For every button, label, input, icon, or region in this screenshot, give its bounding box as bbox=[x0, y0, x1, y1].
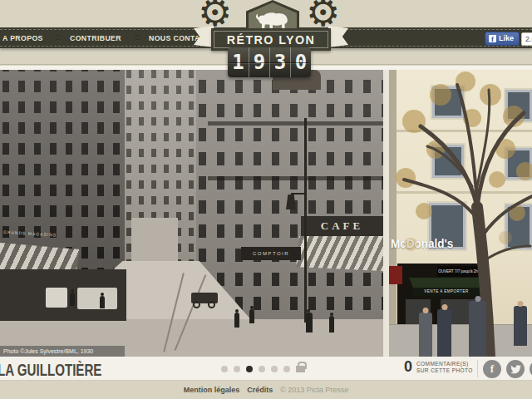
facebook-like-button[interactable]: f Like bbox=[485, 32, 520, 46]
nav-item-contribuer[interactable]: CONTRIBUER bbox=[70, 33, 121, 42]
pedestrian bbox=[419, 313, 432, 357]
autumn-tree bbox=[389, 70, 532, 357]
facebook-logo-icon: f bbox=[489, 35, 496, 42]
year-digit: 9 bbox=[249, 47, 269, 77]
pedestrian bbox=[249, 309, 254, 323]
facebook-like-count: 2.6k bbox=[521, 32, 532, 46]
cafe-awning bbox=[296, 236, 383, 271]
shop-display bbox=[46, 288, 67, 308]
pedestrian bbox=[469, 301, 486, 357]
twitter-share-button[interactable] bbox=[506, 360, 525, 378]
page-footer: Mention légales Crédits © 2013 Picta Pre… bbox=[0, 381, 532, 399]
pagination-dots bbox=[221, 357, 290, 381]
pagination-dot-4[interactable] bbox=[259, 366, 265, 372]
retro-lyon-page: A PROPOS ☆ CONTRIBUER ☆ NOUS CONTACTER ☆… bbox=[0, 0, 532, 399]
pagination-dot-3[interactable] bbox=[246, 366, 253, 372]
modern-photo[interactable]: McDonald's OUVERT 7/7 jusqu'à 2h VENTE A… bbox=[389, 70, 532, 357]
pedestrian bbox=[437, 309, 451, 357]
footer-link-credits[interactable]: Crédits bbox=[247, 386, 273, 394]
vertical-divider bbox=[477, 360, 478, 377]
pagination-dot-1[interactable] bbox=[221, 366, 228, 372]
comments-count: 0 bbox=[404, 358, 412, 376]
copyright-text: © 2013 Picta Presse bbox=[280, 386, 348, 394]
facebook-like-widget: f Like 2.6k bbox=[485, 32, 532, 46]
site-title: RÉTRO LYON bbox=[227, 32, 315, 47]
cafe-sign: CAFE bbox=[301, 216, 383, 236]
facebook-share-button[interactable]: f bbox=[483, 360, 501, 378]
pedestrian bbox=[100, 296, 105, 308]
pagination-dot-2[interactable] bbox=[234, 366, 240, 372]
photo-credit: Photo ©Jules Sylvestre/BML, 1930 bbox=[0, 346, 125, 357]
year-digit: 1 bbox=[228, 47, 249, 77]
photo-title: LA GUILLOTIÈRE bbox=[0, 360, 101, 380]
star-separator-icon: ☆ bbox=[54, 32, 62, 43]
balcony-rail bbox=[208, 121, 383, 126]
shop-display bbox=[77, 288, 117, 309]
cart-wheel bbox=[208, 301, 215, 308]
facebook-icon: f bbox=[490, 362, 494, 376]
year-digit: 0 bbox=[290, 47, 311, 77]
footer-link-mentions[interactable]: Mention légales bbox=[184, 386, 240, 394]
comments-label-line1: COMMENTAIRE(S) bbox=[416, 361, 473, 367]
pedestrian bbox=[329, 316, 334, 332]
nav-item-a-propos[interactable]: A PROPOS bbox=[2, 33, 43, 42]
twitter-bird-icon bbox=[510, 365, 521, 374]
year-flip-counter: 1 9 3 0 bbox=[228, 47, 311, 77]
year-digit: 3 bbox=[269, 47, 290, 77]
pedestrian bbox=[234, 313, 239, 328]
pedestrian bbox=[70, 293, 75, 306]
gear-icon: ⚙ bbox=[198, 0, 232, 32]
pagination-dot-6[interactable] bbox=[283, 366, 290, 372]
social-share-buttons: f g+ bbox=[483, 360, 532, 378]
photo-comparison: GRANDS MAGASINS CAFE COMPTOIR Photo ©Jul… bbox=[0, 70, 532, 357]
comments-link[interactable]: 0 COMMENTAIRE(S) SUR CETTE PHOTO bbox=[404, 358, 473, 376]
pedestrian bbox=[306, 313, 313, 332]
star-separator-icon: ☆ bbox=[133, 32, 141, 43]
comments-label: COMMENTAIRE(S) SUR CETTE PHOTO bbox=[416, 361, 473, 374]
comments-label-line2: SUR CETTE PHOTO bbox=[416, 367, 473, 374]
pedestrian bbox=[514, 306, 527, 346]
lock-icon bbox=[296, 366, 305, 372]
cart-wheel bbox=[193, 301, 200, 308]
lamppost bbox=[304, 118, 307, 323]
pagination-dot-5[interactable] bbox=[271, 366, 278, 372]
facebook-like-label: Like bbox=[499, 34, 514, 42]
bottom-bar: LA GUILLOTIÈRE 0 COMMENTAIRE(S) SUR CETT… bbox=[0, 357, 532, 381]
historic-photo-1930[interactable]: GRANDS MAGASINS CAFE COMPTOIR Photo ©Jul… bbox=[0, 70, 383, 357]
comptoir-sign: COMPTOIR bbox=[241, 247, 301, 260]
lamp-arm bbox=[291, 193, 306, 195]
photo-divider[interactable] bbox=[383, 70, 389, 357]
balcony-rail bbox=[208, 176, 383, 180]
